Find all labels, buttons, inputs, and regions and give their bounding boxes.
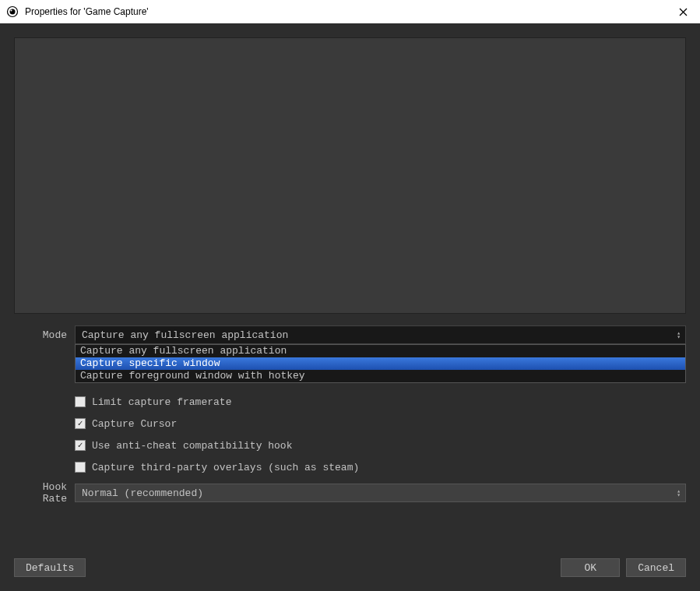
mode-label: Mode (14, 329, 75, 341)
mode-select[interactable]: Capture any fullscreen application ▴▾ (75, 325, 686, 344)
mode-option[interactable]: Capture specific window (76, 357, 685, 370)
window-title: Properties for 'Game Capture' (25, 6, 149, 17)
ok-button[interactable]: OK (561, 558, 620, 577)
chevron-updown-icon: ▴▾ (677, 331, 681, 339)
app-icon (6, 5, 19, 18)
checkbox-row[interactable]: Use anti-cheat compatibility hook (75, 434, 686, 456)
mode-option[interactable]: Capture foreground window with hotkey (76, 370, 685, 382)
checkbox-icon[interactable] (75, 440, 86, 451)
mode-selected-value: Capture any fullscreen application (82, 329, 288, 341)
checkbox-icon[interactable] (75, 418, 86, 429)
checkbox-icon[interactable] (75, 462, 86, 473)
checkbox-icon[interactable] (75, 396, 86, 407)
checkbox-row[interactable]: Limit capture framerate (75, 391, 686, 413)
checkbox-stack: Limit capture framerateCapture CursorUse… (75, 391, 686, 478)
defaults-button[interactable]: Defaults (14, 558, 86, 577)
cancel-button[interactable]: Cancel (626, 558, 686, 577)
checkbox-label: Capture Cursor (92, 418, 177, 430)
svg-point-1 (10, 9, 16, 15)
bottom-bar: Defaults OK Cancel (14, 558, 686, 577)
hook-rate-row: Hook Rate Normal (recommended) ▴▾ (14, 481, 686, 505)
close-icon[interactable] (675, 4, 691, 19)
chevron-updown-icon: ▴▾ (677, 489, 681, 497)
checkbox-row[interactable]: Capture third-party overlays (such as st… (75, 456, 686, 478)
titlebar: Properties for 'Game Capture' (0, 0, 700, 23)
svg-point-2 (10, 9, 12, 11)
hook-rate-label: Hook Rate (14, 481, 75, 505)
checkbox-label: Capture third-party overlays (such as st… (92, 462, 359, 473)
hook-rate-select[interactable]: Normal (recommended) ▴▾ (75, 484, 686, 502)
mode-dropdown[interactable]: Capture any fullscreen applicationCaptur… (75, 344, 686, 383)
mode-row: Mode Capture any fullscreen application … (14, 325, 686, 344)
preview-area (14, 37, 686, 314)
checkbox-label: Limit capture framerate (92, 396, 231, 408)
checkbox-row[interactable]: Capture Cursor (75, 413, 686, 434)
hook-rate-selected-value: Normal (recommended) (82, 487, 203, 499)
mode-option[interactable]: Capture any fullscreen application (76, 345, 685, 357)
dialog-body: Mode Capture any fullscreen application … (0, 23, 700, 591)
checkbox-label: Use anti-cheat compatibility hook (92, 440, 292, 452)
form-area: Mode Capture any fullscreen application … (14, 325, 686, 505)
